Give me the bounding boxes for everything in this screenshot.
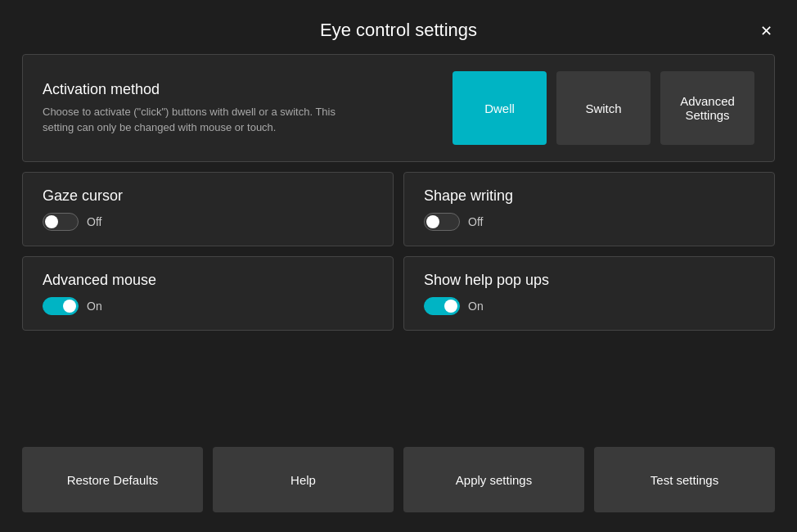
bottom-buttons: Restore Defaults Help Apply settings Tes… — [22, 447, 775, 532]
advanced-mouse-thumb — [63, 300, 76, 313]
main-content: Activation method Choose to activate ("c… — [22, 54, 775, 532]
shape-writing-row: Off — [424, 213, 754, 231]
gaze-cursor-title: Gaze cursor — [43, 187, 373, 205]
show-help-title: Show help pop ups — [424, 272, 754, 289]
advanced-mouse-title: Advanced mouse — [43, 272, 373, 289]
advanced-mouse-row: On — [43, 297, 373, 315]
shape-writing-toggle[interactable] — [424, 213, 460, 231]
close-button[interactable]: ✕ — [751, 16, 781, 46]
activation-desc: Choose to activate ("click") buttons wit… — [43, 105, 337, 134]
advanced-mouse-toggle[interactable] — [43, 297, 79, 315]
show-help-thumb — [444, 300, 457, 313]
gaze-cursor-toggle[interactable] — [43, 213, 79, 231]
show-help-section: Show help pop ups On — [403, 256, 775, 331]
shape-writing-label: Off — [468, 215, 483, 228]
apply-settings-button[interactable]: Apply settings — [403, 447, 584, 512]
shape-writing-section: Shape writing Off — [403, 172, 775, 246]
show-help-row: On — [424, 297, 754, 315]
show-help-toggle[interactable] — [424, 297, 460, 315]
activation-section: Activation method Choose to activate ("c… — [22, 54, 775, 162]
title-bar: Eye control settings ✕ — [0, 0, 797, 54]
gaze-cursor-section: Gaze cursor Off — [22, 172, 394, 246]
activation-buttons: Dwell Switch Advanced Settings — [453, 71, 754, 145]
gaze-cursor-row: Off — [43, 213, 373, 231]
gaze-cursor-label: Off — [87, 215, 101, 228]
shape-writing-title: Shape writing — [424, 187, 754, 205]
toggle-grid: Gaze cursor Off Shape writing Off Advanc… — [22, 172, 775, 331]
activation-title: Activation method — [43, 81, 337, 98]
shape-writing-thumb — [426, 215, 439, 228]
help-button[interactable]: Help — [213, 447, 394, 512]
restore-defaults-button[interactable]: Restore Defaults — [22, 447, 203, 512]
show-help-label: On — [468, 300, 484, 313]
advanced-mouse-label: On — [87, 300, 102, 313]
advanced-mouse-section: Advanced mouse On — [22, 256, 394, 331]
activation-label-block: Activation method Choose to activate ("c… — [43, 81, 337, 134]
test-settings-button[interactable]: Test settings — [594, 447, 775, 512]
activation-btn-dwell[interactable]: Dwell — [453, 71, 547, 145]
activation-btn-advanced[interactable]: Advanced Settings — [660, 71, 754, 145]
page-title: Eye control settings — [320, 20, 477, 41]
gaze-cursor-thumb — [45, 215, 58, 228]
activation-btn-switch[interactable]: Switch — [556, 71, 651, 145]
